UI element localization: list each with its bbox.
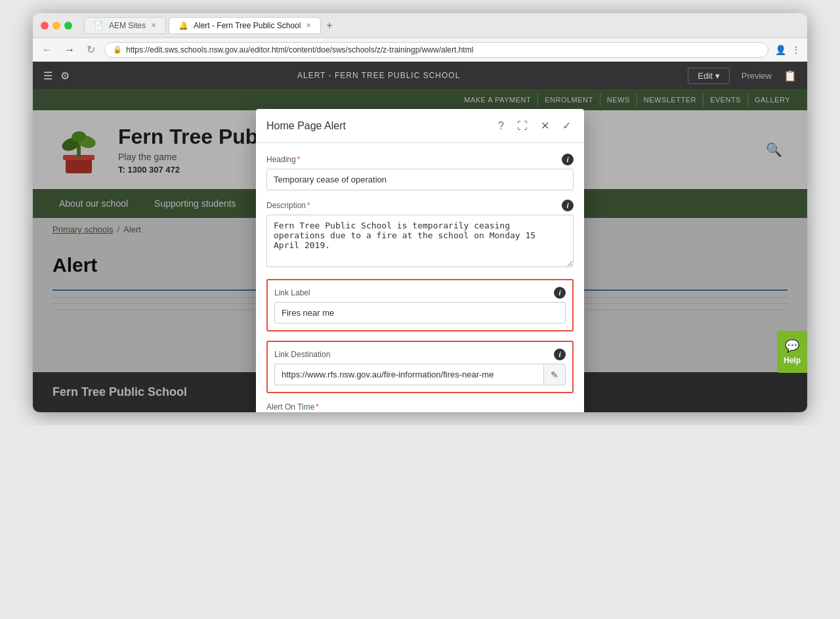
back-button[interactable]: ←	[39, 43, 55, 57]
heading-label: Heading* i	[266, 154, 574, 165]
link-destination-group: Link Destination i ✎	[266, 341, 574, 393]
help-chat-icon: 💬	[785, 339, 799, 353]
tab-aem-label: AEM Sites	[109, 21, 146, 30]
tab-aem-close[interactable]: ✕	[151, 22, 156, 29]
link-destination-info-icon[interactable]: i	[554, 349, 566, 360]
tab-aem-sites[interactable]: 📄 AEM Sites ✕	[84, 17, 166, 34]
dialog-overlay: Home Page Alert ? ⛶ ✕ ✓ Heading*	[33, 89, 807, 412]
description-textarea[interactable]: Fern Tree Public School is temporarily c…	[266, 215, 574, 267]
link-label-info-icon[interactable]: i	[554, 287, 566, 299]
tab-alert-icon: 🔔	[178, 21, 188, 30]
tab-alert-label: Alert - Fern Tree Public School	[194, 21, 301, 30]
traffic-lights	[41, 22, 72, 30]
edit-icon: ✎	[551, 370, 558, 380]
description-info-icon[interactable]: i	[562, 200, 574, 211]
description-group: Description* i Fern Tree Public School i…	[266, 200, 574, 270]
dialog-close-button[interactable]: ✕	[538, 118, 552, 133]
tab-aem-icon: 📄	[94, 21, 104, 30]
dialog-confirm-button[interactable]: ✓	[560, 118, 574, 133]
link-destination-label: Link Destination i	[274, 349, 566, 360]
address-bar-row: ← → ↻ 🔒 https://edit.sws.schools.nsw.gov…	[33, 38, 807, 62]
school-site: MAKE A PAYMENT ENROLMENT NEWS NEWSLETTER…	[33, 89, 807, 412]
dialog-help-button[interactable]: ?	[495, 119, 507, 133]
heading-group: Heading* i	[266, 154, 574, 190]
maximize-window-dot[interactable]	[64, 22, 72, 30]
aem-topbar: ☰ ⚙ ALERT - FERN TREE PUBLIC SCHOOL Edit…	[33, 62, 807, 89]
help-button[interactable]: 💬 Help	[777, 331, 807, 373]
aem-share-icon[interactable]: 📋	[784, 70, 797, 82]
dialog-title: Home Page Alert	[266, 120, 495, 132]
heading-info-icon[interactable]: i	[562, 154, 574, 165]
preview-button[interactable]: Preview	[736, 68, 777, 83]
dialog-header-actions: ? ⛶ ✕ ✓	[495, 118, 574, 133]
dialog-body: Heading* i Description* i	[256, 143, 584, 412]
link-destination-row: ✎	[274, 364, 566, 385]
tab-bar: 📄 AEM Sites ✕ 🔔 Alert - Fern Tree Public…	[84, 17, 799, 34]
new-tab-button[interactable]: +	[326, 20, 332, 32]
minimize-window-dot[interactable]	[52, 22, 60, 30]
dialog-header: Home Page Alert ? ⛶ ✕ ✓	[256, 109, 584, 143]
heading-input[interactable]	[266, 169, 574, 190]
address-url: https://edit.sws.schools.nsw.gov.au/edit…	[126, 45, 760, 54]
edit-button[interactable]: Edit ▾	[688, 68, 729, 84]
tab-alert-close[interactable]: ✕	[306, 22, 311, 29]
home-page-alert-dialog: Home Page Alert ? ⛶ ✕ ✓ Heading*	[256, 109, 584, 412]
link-destination-edit-button[interactable]: ✎	[543, 364, 566, 385]
lock-icon: 🔒	[113, 45, 122, 54]
alert-on-time-group: Alert On Time* 📅	[266, 402, 574, 412]
link-destination-input[interactable]	[274, 364, 543, 385]
more-options-icon[interactable]: ⋮	[791, 45, 801, 55]
help-label: Help	[784, 356, 801, 365]
link-label-input[interactable]	[274, 302, 566, 324]
browser-actions: 👤 ⋮	[775, 45, 801, 55]
reload-button[interactable]: ↻	[84, 42, 98, 57]
link-label-label: Link Label i	[274, 287, 566, 299]
aem-settings-icon[interactable]: ⚙	[60, 70, 70, 82]
aem-page-title: ALERT - FERN TREE PUBLIC SCHOOL	[77, 71, 680, 80]
dialog-fullscreen-button[interactable]: ⛶	[514, 119, 530, 133]
alert-on-time-label: Alert On Time*	[266, 402, 574, 412]
aem-topbar-right: Edit ▾ Preview 📋	[688, 68, 797, 84]
browser-titlebar: 📄 AEM Sites ✕ 🔔 Alert - Fern Tree Public…	[33, 13, 807, 38]
link-label-group: Link Label i	[266, 279, 574, 331]
tab-alert[interactable]: 🔔 Alert - Fern Tree Public School ✕	[169, 17, 321, 34]
description-label: Description* i	[266, 200, 574, 211]
user-account-icon[interactable]: 👤	[775, 45, 786, 55]
address-field[interactable]: 🔒 https://edit.sws.schools.nsw.gov.au/ed…	[104, 42, 768, 58]
close-window-dot[interactable]	[41, 22, 49, 30]
forward-button[interactable]: →	[62, 43, 77, 57]
aem-sidebar-toggle[interactable]: ☰	[43, 70, 52, 82]
